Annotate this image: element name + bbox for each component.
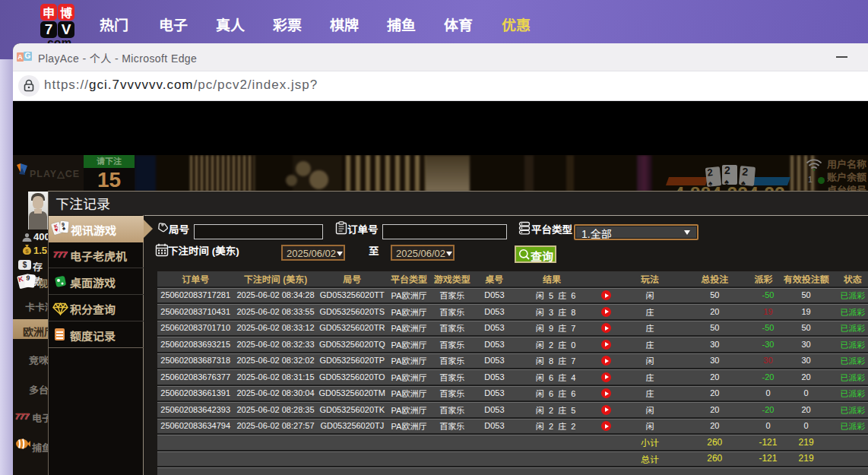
svg-text:$: $ [25, 248, 29, 255]
